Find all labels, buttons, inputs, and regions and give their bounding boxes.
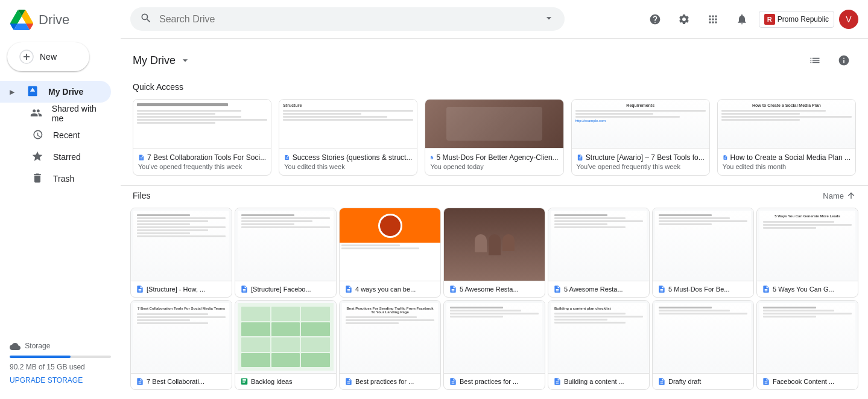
file-card[interactable]: Best Practices For Sending Traffic From …: [339, 300, 441, 390]
sort-label: Name: [823, 191, 844, 200]
file-card[interactable]: 7 Best Collaboration Tools For Social Me…: [130, 300, 232, 390]
upgrade-storage-link[interactable]: UPGRADE STORAGE: [10, 376, 83, 385]
file-thumbnail: [444, 208, 545, 281]
sidebar-item-shared[interactable]: Shared with me: [0, 103, 111, 124]
content-area: My Drive Quick Access: [121, 39, 868, 399]
file-thumbnail: [235, 301, 336, 373]
user-avatar[interactable]: V: [839, 10, 858, 29]
doc-icon: [553, 285, 562, 293]
file-name: 7 Best Collaborati...: [136, 377, 227, 386]
apps-button[interactable]: [701, 7, 725, 31]
search-bar[interactable]: [130, 7, 565, 31]
quick-card-thumbnail: How to Create a Social Media Plan: [718, 100, 855, 148]
file-name: Backlog ideas: [240, 377, 331, 386]
file-name: 5 Awesome Resta...: [553, 285, 644, 293]
file-name: Drafty draft: [657, 377, 749, 386]
my-drive-title-text: My Drive: [133, 54, 176, 67]
quick-card-meta: You edited this month: [723, 163, 851, 170]
chevron-down-icon: [179, 54, 191, 66]
storage-section: Storage 90.2 MB of 15 GB used UPGRADE ST…: [0, 331, 121, 394]
file-card[interactable]: Drafty draft: [652, 300, 754, 390]
gear-icon: [678, 13, 690, 25]
sort-arrow-icon: [846, 191, 856, 200]
view-controls: [803, 48, 856, 72]
file-thumbnail: [653, 208, 753, 281]
file-card[interactable]: 5 Awesome Resta...: [443, 208, 545, 298]
file-card[interactable]: Backlog ideas: [235, 300, 337, 390]
quick-access-grid: 7 Best Collaboration Tools For Soci... Y…: [121, 99, 868, 185]
files-header: Files Name: [121, 185, 868, 205]
quick-card-thumbnail: [133, 100, 271, 148]
doc-icon: [284, 153, 290, 162]
file-card[interactable]: [Structure] - How, ...: [130, 208, 232, 298]
trash-icon: [31, 172, 43, 186]
quick-card[interactable]: Requirements http://example.com Structur…: [571, 99, 710, 176]
file-card[interactable]: Facebook Content ...: [756, 300, 858, 390]
search-input[interactable]: [159, 14, 536, 25]
help-icon: [649, 13, 661, 25]
storage-label: Storage: [10, 341, 111, 352]
file-thumbnail: 7 Best Collaboration Tools For Social Me…: [131, 301, 232, 373]
header: R Promo Republic V: [121, 0, 868, 39]
doc-icon: [553, 377, 562, 386]
quick-card-thumbnail: [425, 100, 563, 148]
doc-icon: [577, 153, 583, 162]
sidebar-item-my-drive[interactable]: ▶ My Drive: [0, 81, 111, 103]
file-card[interactable]: 4 ways you can be...: [339, 208, 441, 298]
main-area: R Promo Republic V My Drive: [121, 0, 868, 399]
sidebar-item-trash[interactable]: Trash: [0, 168, 111, 190]
file-card[interactable]: 5 Must-Dos For Be...: [652, 208, 754, 298]
list-view-button[interactable]: [803, 48, 827, 72]
files-title: Files: [133, 191, 151, 200]
file-name: 5 Must-Dos For Be...: [657, 285, 749, 293]
doc-icon: [240, 285, 249, 293]
doc-icon: [657, 377, 666, 386]
doc-icon: [138, 153, 145, 162]
quick-card[interactable]: How to Create a Social Media Plan How to…: [717, 99, 856, 176]
header-actions: R Promo Republic V: [643, 7, 858, 31]
file-card[interactable]: Building a content plan checklist Buildi…: [548, 300, 650, 390]
storage-bar-fill: [10, 356, 71, 358]
search-dropdown-icon[interactable]: [543, 12, 555, 26]
storage-used-text: 90.2 MB of 15 GB used: [10, 363, 111, 371]
sidebar-item-starred[interactable]: Starred: [0, 146, 111, 168]
sort-control[interactable]: Name: [823, 191, 856, 200]
info-button[interactable]: [832, 48, 856, 72]
workspace-logo[interactable]: R Promo Republic: [759, 11, 834, 28]
doc-icon: [136, 377, 144, 386]
sidebar-item-label: Trash: [53, 174, 74, 184]
file-name: [Structure] - How, ...: [136, 285, 227, 293]
quick-card[interactable]: 5 Must-Dos For Better Agency-Clien... Yo…: [425, 99, 563, 176]
sidebar-item-recent[interactable]: Recent: [0, 124, 111, 146]
file-thumbnail: 5 Ways You Can Generate More Leads: [757, 208, 858, 281]
doc-icon: [344, 285, 353, 293]
file-card[interactable]: Best practices for ...: [443, 300, 545, 390]
clock-icon: [31, 129, 43, 142]
files-grid: [Structure] - How, ... [Structure] Faceb…: [121, 205, 868, 399]
doc-icon: [136, 285, 144, 293]
settings-button[interactable]: [672, 7, 696, 31]
file-thumbnail: [131, 208, 232, 281]
quick-card[interactable]: 7 Best Collaboration Tools For Soci... Y…: [133, 99, 271, 176]
file-name: Facebook Content ...: [762, 377, 853, 386]
doc-icon: [723, 153, 728, 162]
drive-logo-icon: [10, 10, 34, 30]
help-button[interactable]: [643, 7, 667, 31]
quick-card[interactable]: Structure Success Stories (questions & s…: [279, 99, 417, 176]
quick-card-name-text: Success Stories (questions & struct...: [293, 153, 413, 162]
quick-card-name-text: 5 Must-Dos For Better Agency-Clien...: [437, 153, 559, 162]
file-thumbnail: [757, 301, 858, 373]
file-thumbnail: Best Practices For Sending Traffic From …: [340, 301, 440, 373]
doc-icon: [344, 377, 353, 386]
file-card[interactable]: 5 Ways You Can Generate More Leads 5 Way…: [756, 208, 858, 298]
file-thumbnail: [444, 301, 545, 373]
file-card[interactable]: 5 Awesome Resta...: [548, 208, 650, 298]
page-title[interactable]: My Drive: [133, 54, 191, 67]
sidebar: Drive New ▶ My Drive Shared with me Rece…: [0, 0, 121, 399]
cloud-icon: [10, 341, 21, 352]
notifications-button[interactable]: [730, 7, 754, 31]
quick-access-title: Quick Access: [121, 77, 868, 99]
new-button[interactable]: New: [7, 42, 89, 71]
star-icon: [31, 150, 43, 164]
file-card[interactable]: [Structure] Facebo...: [235, 208, 337, 298]
